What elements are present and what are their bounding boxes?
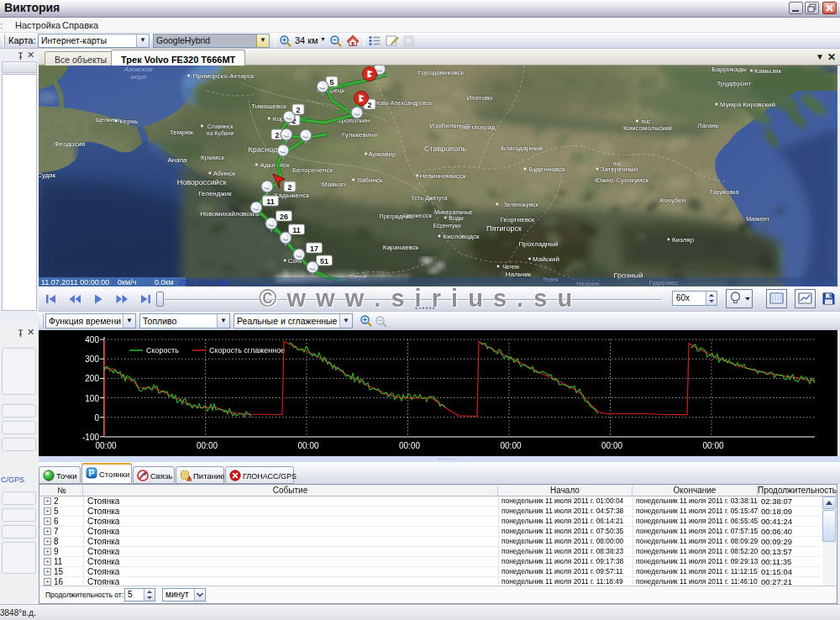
svg-text:300: 300 xyxy=(85,355,99,364)
svg-text:17: 17 xyxy=(310,244,318,253)
svg-text:Ново-Александровск: Ново-Александровск xyxy=(375,100,433,107)
svg-text:Затеречный: Затеречный xyxy=(601,166,638,173)
svg-text:11: 11 xyxy=(266,197,275,206)
svg-text:Тарумовка: Тарумовка xyxy=(710,189,739,196)
svg-text:Ессентуки: Ессентуки xyxy=(433,223,460,229)
svg-text:Скорость сглаженное: Скорость сглаженное xyxy=(209,346,285,355)
svg-text:Азовское: Азовское xyxy=(123,66,154,73)
svg-text:Армавир: Армавир xyxy=(369,150,396,158)
svg-text:Ставрополь: Ставрополь xyxy=(424,144,466,153)
svg-text:Белореченск: Белореченск xyxy=(292,166,333,174)
svg-text:00:00: 00:00 xyxy=(95,441,116,450)
svg-text:00:00: 00:00 xyxy=(197,441,218,450)
svg-text:Приморско-Ахтарск: Приморско-Ахтарск xyxy=(193,72,255,80)
svg-text:Анапа: Анапа xyxy=(168,156,188,164)
svg-text:Трудфронт: Трудфронт xyxy=(717,80,752,87)
svg-text:Кочубей: Кочубей xyxy=(660,197,686,204)
svg-text:Воды: Воды xyxy=(449,215,464,222)
svg-text:Судак: Судак xyxy=(39,171,56,179)
svg-text:Лабинск: Лабинск xyxy=(357,176,383,184)
svg-text:Кизляр: Кизляр xyxy=(672,236,695,244)
svg-text:P: P xyxy=(89,469,95,478)
svg-text:2011 Tele Atlas: 2011 Tele Atlas xyxy=(179,278,230,286)
svg-text:Кисловодск: Кисловодск xyxy=(444,233,480,240)
svg-text:0.0км: 0.0км xyxy=(155,278,174,286)
svg-text:Светлоград: Светлоград xyxy=(459,123,496,131)
svg-text:Мумра Кировский: Мумра Кировский xyxy=(720,101,775,108)
svg-text:Преградная: Преградная xyxy=(380,213,412,220)
svg-text:Майский: Майский xyxy=(533,255,559,263)
svg-text:Ипатово: Ипатово xyxy=(467,94,494,102)
svg-text:Феодосия: Феодосия xyxy=(55,140,86,148)
svg-text:Буденновск: Буденновск xyxy=(529,166,565,173)
svg-text:2: 2 xyxy=(287,183,291,192)
svg-text:00:00: 00:00 xyxy=(399,441,420,450)
svg-text:Адыгейск: Адыгейск xyxy=(260,161,290,169)
svg-text:2: 2 xyxy=(275,131,279,139)
svg-text:51: 51 xyxy=(320,257,328,265)
svg-text:Новороссийск: Новороссийск xyxy=(177,178,227,187)
svg-text:Лагань: Лагань xyxy=(697,122,718,129)
svg-text:Южно-Сухокумск: Южно-Сухокумск xyxy=(595,176,648,184)
svg-text:Геленджик: Геленджик xyxy=(198,190,232,197)
svg-text:Скорость: Скорость xyxy=(146,346,179,355)
svg-text:Славянск: Славянск xyxy=(207,123,234,129)
svg-text:Невинномысск: Невинномысск xyxy=(420,172,466,180)
svg-text:Карачаевск: Карачаевск xyxy=(383,244,419,251)
svg-text:Усть-Джегута: Усть-Джегута xyxy=(411,195,447,202)
svg-text:5: 5 xyxy=(329,78,333,87)
svg-text:11.07.2011 00:00:00: 11.07.2011 00:00:00 xyxy=(41,278,109,286)
svg-text:26: 26 xyxy=(280,213,288,221)
svg-text:Нальчик: Нальчик xyxy=(506,271,532,278)
svg-text:Маякент: Маякент xyxy=(746,216,769,222)
svg-text:Темрюк: Темрюк xyxy=(170,129,194,136)
svg-text:00:00: 00:00 xyxy=(702,441,723,450)
svg-text:Крымск: Крымск xyxy=(201,154,224,161)
svg-text:00:00: 00:00 xyxy=(500,441,521,450)
svg-text:Георгиевск: Георгиевск xyxy=(501,216,535,223)
svg-text:00:00: 00:00 xyxy=(297,441,318,450)
svg-text:11: 11 xyxy=(292,226,301,234)
svg-text:Зеленокумск: Зеленокумск xyxy=(503,202,539,208)
svg-text:100: 100 xyxy=(85,394,99,403)
svg-text:400: 400 xyxy=(85,335,99,344)
svg-text:Благодарный: Благодарный xyxy=(501,144,543,152)
svg-text:Гулькевичи: Гулькевичи xyxy=(342,131,377,139)
svg-text:Хадыженск: Хадыженск xyxy=(274,192,309,199)
svg-text:Комсомольский: Комсомольский xyxy=(623,124,672,132)
svg-text:Майкоп: Майкоп xyxy=(322,181,345,188)
svg-text:0км/ч: 0км/ч xyxy=(118,278,137,286)
svg-text:00:00: 00:00 xyxy=(601,441,622,450)
svg-text:2: 2 xyxy=(296,106,300,114)
svg-text:море: море xyxy=(131,73,147,81)
svg-text:Тимашевск: Тимашевск xyxy=(251,102,286,110)
svg-text:на Кубани: на Кубани xyxy=(207,130,234,137)
svg-text:0: 0 xyxy=(94,413,99,423)
svg-text:Городовиковск: Городовиковск xyxy=(418,69,465,76)
svg-text:Прохладный: Прохладный xyxy=(519,240,559,248)
svg-text:2: 2 xyxy=(367,101,371,109)
svg-text:Чегем: Чегем xyxy=(502,264,519,270)
svg-text:Баррикады: Баррикады xyxy=(711,66,747,73)
svg-text:Пятигорск: Пятигорск xyxy=(486,224,522,233)
svg-text:Абинск: Абинск xyxy=(213,170,236,177)
svg-text:пос: пос xyxy=(641,118,651,124)
svg-text:200: 200 xyxy=(85,374,99,383)
svg-text:Камызяк: Камызяк xyxy=(754,67,781,75)
svg-text:Керчь: Керчь xyxy=(119,118,138,125)
